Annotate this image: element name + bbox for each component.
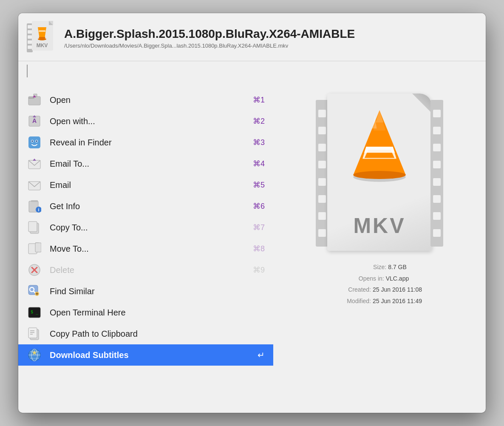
film-hole — [433, 212, 441, 220]
email-to-icon — [27, 156, 42, 171]
large-file-icon: MKV — [314, 94, 445, 253]
email-to-label: Email To... — [50, 159, 244, 169]
film-hole — [318, 127, 326, 134]
find-similar-icon — [27, 284, 42, 299]
opens-value: VLC.app — [386, 273, 409, 284]
menu-item-find-similar[interactable]: Find Similar — [18, 281, 273, 302]
get-info-shortcut: ⌘6 — [253, 202, 265, 211]
open-shortcut: ⌘1 — [253, 95, 265, 105]
svg-point-26 — [36, 140, 37, 142]
menu-item-download-subtitles[interactable]: Download Subtitles ↵ — [18, 344, 273, 366]
download-subtitles-shortcut: ↵ — [258, 350, 265, 360]
file-modified-row: Modified: 25 Jun 2016 11:49 — [337, 295, 422, 307]
menu-item-email-to[interactable]: Email To... ⌘4 — [18, 153, 273, 174]
copy-path-icon — [27, 326, 42, 341]
size-value: 8.7 GB — [388, 261, 407, 273]
svg-marker-67 — [376, 111, 384, 123]
svg-text:MKV: MKV — [37, 43, 48, 48]
doc-body: MKV — [327, 94, 432, 251]
film-strip-right — [430, 100, 443, 247]
menu-item-open[interactable]: Open ⌘1 — [18, 89, 273, 111]
menu-item-get-info[interactable]: i Get Info ⌘6 — [18, 196, 273, 217]
size-label: Size: — [352, 261, 386, 273]
copy-to-icon — [27, 220, 42, 235]
film-hole — [318, 110, 326, 117]
file-opens-row: Opens in: VLC.app — [337, 273, 422, 284]
film-hole — [433, 110, 441, 117]
film-hole — [318, 212, 326, 220]
copy-to-label: Copy To... — [50, 223, 244, 233]
move-to-shortcut: ⌘8 — [253, 244, 265, 253]
film-hole — [318, 195, 326, 203]
created-value: 25 Jun 2016 11:08 — [373, 284, 422, 295]
get-info-icon: i — [27, 199, 42, 214]
file-size-row: Size: 8.7 GB — [337, 261, 422, 273]
svg-rect-4 — [28, 40, 32, 44]
open-with-label: Open with... — [50, 116, 244, 126]
svg-rect-31 — [31, 200, 38, 202]
menu-item-copy-to[interactable]: Copy To... ⌘7 — [18, 217, 273, 238]
svg-marker-28 — [33, 159, 36, 161]
get-info-label: Get Info — [50, 202, 244, 211]
svg-point-68 — [353, 171, 406, 179]
menu-item-move-to[interactable]: Move To... ⌘8 — [18, 238, 273, 259]
opens-label: Opens in: — [350, 273, 384, 284]
film-hole — [433, 127, 441, 134]
menu-item-open-terminal[interactable]: $ _ Open Terminal Here — [18, 302, 273, 323]
film-hole — [433, 178, 441, 186]
header-file-icon: MKV — [27, 21, 57, 55]
open-icon — [27, 92, 42, 108]
header-title: A.Bigger.Splash.2015.1080p.BluRay.X264-A… — [64, 27, 355, 41]
film-hole — [318, 144, 326, 151]
svg-rect-3 — [28, 35, 32, 39]
menu-item-reveal-in-finder[interactable]: Reveal in Finder ⌘3 — [18, 132, 273, 153]
find-similar-label: Find Similar — [50, 287, 265, 296]
header: MKV A.Bigger.Splash.2015.1080p.BluRay.X2… — [18, 13, 486, 61]
copy-to-shortcut: ⌘7 — [253, 223, 265, 232]
mkv-label: MKV — [353, 213, 405, 238]
svg-point-11 — [38, 38, 46, 40]
modified-label: Modified: — [337, 295, 371, 307]
file-info: Size: 8.7 GB Opens in: VLC.app Created: … — [337, 261, 422, 307]
delete-icon — [27, 262, 42, 278]
open-terminal-icon: $ _ — [27, 305, 42, 320]
header-divider — [27, 65, 28, 77]
email-label: Email — [50, 180, 244, 190]
email-to-shortcut: ⌘4 — [253, 159, 265, 168]
context-menu: Open ⌘1 A Open with... ⌘2 — [18, 85, 273, 370]
right-section: MKV Size: 8.7 GB — [273, 85, 486, 370]
delete-label: Delete — [50, 265, 244, 275]
svg-rect-35 — [28, 222, 37, 232]
menu-item-email[interactable]: Email ⌘5 — [18, 174, 273, 196]
svg-rect-15 — [28, 97, 34, 99]
reveal-in-finder-shortcut: ⌘3 — [253, 138, 265, 147]
move-to-icon — [27, 241, 42, 256]
svg-rect-51 — [28, 328, 37, 338]
header-text: A.Bigger.Splash.2015.1080p.BluRay.X264-A… — [64, 27, 355, 49]
svg-rect-1 — [28, 25, 32, 28]
svg-point-25 — [31, 140, 33, 142]
svg-text:A: A — [32, 117, 37, 124]
main-window: MKV A.Bigger.Splash.2015.1080p.BluRay.X2… — [18, 13, 486, 413]
film-hole — [433, 229, 441, 237]
svg-rect-2 — [28, 30, 32, 34]
menu-item-open-with[interactable]: A Open with... ⌘2 — [18, 111, 273, 132]
film-strip-left — [316, 100, 328, 247]
svg-rect-5 — [28, 45, 32, 49]
film-hole — [318, 229, 326, 237]
email-shortcut: ⌘5 — [253, 180, 265, 190]
svg-text:$ _: $ _ — [31, 310, 39, 315]
film-hole — [318, 178, 326, 186]
svg-text:i: i — [38, 207, 40, 212]
menu-item-copy-path[interactable]: Copy Path to Clipboard — [18, 323, 273, 344]
svg-rect-21 — [28, 136, 40, 148]
download-subtitles-icon — [27, 347, 42, 363]
film-hole — [433, 161, 441, 168]
content-area: Open ⌘1 A Open with... ⌘2 — [18, 81, 486, 383]
created-label: Created: — [337, 284, 371, 295]
film-hole — [433, 144, 441, 151]
svg-rect-12 — [39, 30, 45, 32]
menu-item-delete[interactable]: Delete ⌘9 — [18, 259, 273, 281]
svg-marker-66 — [364, 147, 395, 153]
film-hole — [433, 195, 441, 203]
